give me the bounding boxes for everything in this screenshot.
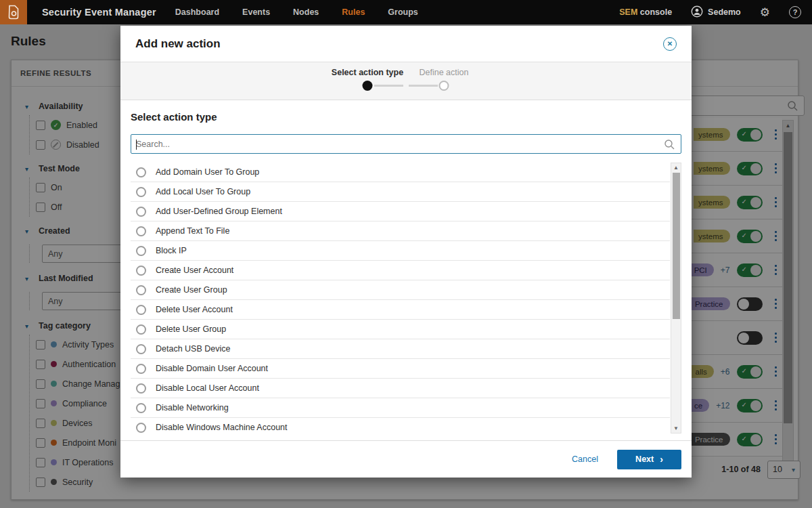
action-type-option[interactable]: Disable Domain User Account — [131, 359, 670, 379]
action-type-label: Append Text To File — [156, 226, 229, 236]
action-type-option[interactable]: Disable Networking — [131, 398, 670, 418]
action-type-option[interactable]: Add Local User To Group — [131, 182, 670, 202]
nav-item-rules[interactable]: Rules — [342, 7, 365, 17]
modal-section-title: Select action type — [131, 111, 692, 123]
app-title: Security Event Manager — [42, 7, 156, 18]
action-search-input[interactable] — [131, 135, 664, 153]
user-menu[interactable]: Sedemo — [691, 5, 741, 20]
action-type-option[interactable]: Delete User Account — [131, 300, 670, 320]
step-dot-active[interactable] — [363, 81, 373, 91]
radio-icon[interactable] — [136, 324, 146, 335]
action-search-bar — [131, 134, 681, 154]
modal-list-scrollbar[interactable]: ▲ ▼ — [671, 163, 681, 433]
top-nav: Security Event Manager DashboardEventsNo… — [0, 0, 812, 24]
sem-logo-icon[interactable] — [0, 0, 27, 24]
action-type-list: Add Domain User To GroupAdd Local User T… — [131, 163, 681, 433]
text-caret — [136, 140, 137, 150]
action-type-label: Add User-Defined Group Element — [156, 207, 282, 216]
action-type-option[interactable]: Create User Account — [131, 261, 670, 280]
action-type-label: Create User Group — [156, 285, 227, 295]
nav-item-nodes[interactable]: Nodes — [293, 7, 319, 17]
action-type-option[interactable]: Add Domain User To Group — [131, 163, 670, 182]
action-type-label: Disable Local User Account — [156, 383, 259, 393]
action-type-option[interactable]: Detach USB Device — [131, 339, 670, 359]
radio-icon[interactable] — [136, 383, 146, 394]
search-icon — [664, 139, 675, 150]
action-type-label: Add Domain User To Group — [156, 167, 259, 177]
radio-icon[interactable] — [136, 364, 146, 374]
radio-icon[interactable] — [136, 344, 146, 354]
scroll-up-icon[interactable]: ▲ — [671, 165, 681, 171]
action-type-label: Create User Account — [156, 266, 233, 275]
scrollbar-thumb[interactable] — [673, 173, 680, 319]
user-icon — [691, 5, 703, 20]
step-label-select-action-type: Select action type — [332, 68, 403, 77]
radio-icon[interactable] — [136, 167, 146, 177]
step-connector — [374, 85, 403, 87]
action-type-option[interactable]: Disable Local User Account — [131, 379, 670, 398]
close-icon[interactable]: ✕ — [663, 37, 677, 51]
help-icon[interactable]: ? — [789, 6, 801, 18]
radio-icon[interactable] — [136, 423, 146, 433]
nav-item-dashboard[interactable]: Dashboard — [175, 7, 219, 17]
action-type-option[interactable]: Delete User Group — [131, 320, 670, 339]
radio-icon[interactable] — [136, 246, 146, 256]
radio-icon[interactable] — [136, 226, 146, 236]
action-type-label: Disable Windows Machine Account — [156, 423, 288, 432]
nav-menu: DashboardEventsNodesRulesGroups — [175, 7, 418, 17]
radio-icon[interactable] — [136, 285, 146, 295]
action-type-option[interactable]: Block IP — [131, 241, 670, 261]
action-type-option[interactable]: Create User Group — [131, 280, 670, 300]
nav-item-events[interactable]: Events — [242, 7, 270, 17]
action-type-label: Disable Domain User Account — [156, 364, 268, 373]
radio-icon[interactable] — [136, 403, 146, 413]
user-name: Sedemo — [708, 7, 741, 17]
scroll-down-icon[interactable]: ▼ — [671, 425, 681, 431]
action-type-option[interactable]: Add User-Defined Group Element — [131, 202, 670, 221]
action-type-label: Delete User Group — [156, 324, 226, 334]
cancel-button[interactable]: Cancel — [572, 454, 598, 464]
action-type-label: Block IP — [156, 246, 187, 255]
modal-title: Add new action — [135, 37, 221, 51]
action-type-option[interactable]: Disable Windows Machine Account — [131, 418, 670, 433]
chevron-right-icon: › — [660, 454, 663, 464]
action-type-label: Detach USB Device — [156, 344, 230, 354]
gear-icon[interactable]: ⚙ — [760, 7, 770, 18]
action-type-label: Delete User Account — [156, 305, 233, 314]
step-dot-upcoming[interactable] — [439, 81, 449, 91]
action-type-option[interactable]: Append Text To File — [131, 221, 670, 241]
wizard-stepper: Select action type Define action — [120, 62, 692, 100]
radio-icon[interactable] — [136, 266, 146, 276]
console-label[interactable]: SEM console — [619, 7, 672, 17]
next-button[interactable]: Next › — [617, 450, 681, 469]
add-action-modal: Add new action ✕ Select action type Defi… — [120, 26, 692, 478]
radio-icon[interactable] — [136, 305, 146, 315]
radio-icon[interactable] — [136, 207, 146, 217]
action-type-label: Add Local User To Group — [156, 187, 250, 196]
step-label-define-action: Define action — [420, 68, 469, 77]
step-connector — [409, 85, 438, 87]
nav-item-groups[interactable]: Groups — [388, 7, 418, 17]
radio-icon[interactable] — [136, 187, 146, 197]
action-type-label: Disable Networking — [156, 403, 229, 412]
